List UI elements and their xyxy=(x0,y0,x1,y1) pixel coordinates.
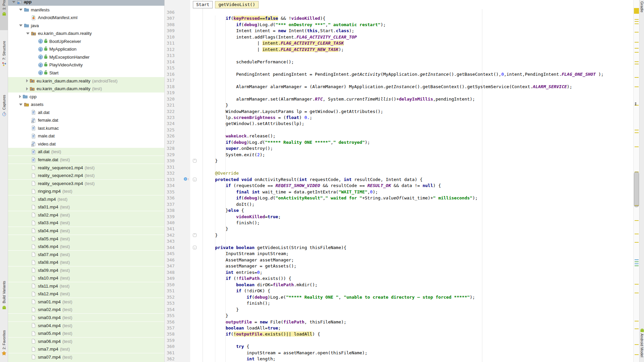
code-line-345[interactable]: InputStream inputStream; xyxy=(205,250,288,257)
tree-row-start[interactable]: CStart xyxy=(8,69,164,77)
info-stripe-mark[interactable] xyxy=(635,263,639,264)
tree-row-sma04-mp4[interactable]: sma04.mp4(test) xyxy=(8,322,164,329)
chevron-down-icon[interactable] xyxy=(19,9,22,11)
warning-stripe-mark[interactable] xyxy=(635,328,639,329)
tree-row-last-kumac[interactable]: last.kumac xyxy=(8,124,164,132)
warning-stripe-mark[interactable] xyxy=(635,242,639,243)
code-line-360[interactable]: try { xyxy=(205,343,249,350)
info-stripe-mark[interactable] xyxy=(635,261,639,262)
tool-window-button-2-favorites[interactable]: 2: Favorites xyxy=(0,330,8,362)
tool-window-button-7-structure[interactable]: 7: Structure xyxy=(0,41,8,86)
code-line-344[interactable]: private boolean getVideoList(String this… xyxy=(205,244,346,251)
code-line-353[interactable]: finish(); xyxy=(205,300,270,306)
warning-stripe-mark[interactable] xyxy=(635,354,639,355)
tree-row-sma03-mp4[interactable]: sma03.mp4(test) xyxy=(8,314,164,321)
tree-row-sma02-mp4[interactable]: sma02.mp4(test) xyxy=(8,306,164,313)
code-line-350[interactable]: boolean dirOK=filePath.mkdir(); xyxy=(205,282,318,288)
overriding-method-gutter-icon[interactable]: o↑ xyxy=(184,177,192,181)
tree-row-playvideoactivity[interactable]: CPlayVideoActivity xyxy=(8,61,164,69)
tree-row-androidmanifest-xml[interactable]: AndroidManifest.xml xyxy=(8,14,164,21)
tree-row-female-dat[interactable]: female.dat xyxy=(8,116,164,124)
code-line-339[interactable]: videoKilled=true; xyxy=(205,214,281,220)
tree-row-reality-sequence3-mp4[interactable]: reality_sequence3.mp4(test) xyxy=(8,180,164,187)
tree-row-sfa08-mp4[interactable]: sfa08.mp4(test) xyxy=(8,258,164,266)
code-line-341[interactable]: } xyxy=(205,226,228,232)
fold-marker-collapse-end[interactable]: ⌃ xyxy=(193,233,197,237)
code-line-352[interactable]: if(debug)Log.e("***** Reality ONE ", "un… xyxy=(205,294,475,300)
warning-stripe-mark[interactable] xyxy=(635,32,639,33)
tree-row-sfa07-mp4[interactable]: sfa07.mp4(test) xyxy=(8,251,164,258)
chevron-right-icon[interactable] xyxy=(19,95,21,98)
tree-row-video-dat[interactable]: video.dat xyxy=(8,140,164,148)
code-line-314[interactable]: schedulePerformance(); xyxy=(205,59,294,65)
tool-window-button-captures[interactable]: Captures xyxy=(0,95,8,132)
chevron-right-icon[interactable] xyxy=(26,79,28,82)
code-line-323[interactable]: lp.screenBrightness = (float) 0.; xyxy=(205,114,312,121)
tree-row-eu-karin-daum-daum-reality[interactable]: eu.karin_daum.daum.reality(test) xyxy=(8,85,164,93)
info-stripe-mark[interactable] xyxy=(635,265,639,266)
code-line-349[interactable]: if (!filePath.exists()) { xyxy=(205,275,291,282)
tree-row-reality-sequence1-mp4[interactable]: reality_sequence1.mp4(test) xyxy=(8,164,164,172)
tree-row-sfa01-mp4[interactable]: sfa01.mp4(test) xyxy=(8,203,164,211)
code-line-327[interactable]: if(debug)Log.d("***** Reality ONE *****"… xyxy=(205,139,370,145)
chevron-down-icon[interactable] xyxy=(19,104,22,106)
code-line-348[interactable]: int entries=0; xyxy=(205,269,262,276)
tree-row-bootupreceiver[interactable]: CBootUpReceiver xyxy=(8,38,164,45)
code-line-309[interactable]: Intent intent = new Intent(this,Start.cl… xyxy=(205,27,354,34)
code-line-332[interactable]: @Override xyxy=(205,170,239,176)
warning-stripe-mark[interactable] xyxy=(635,64,639,64)
code-line-334[interactable]: if (requestCode == REQEST_SHOW_VIDEO && … xyxy=(205,182,441,189)
tree-row-cpp[interactable]: cpp xyxy=(8,93,164,101)
tree-row-sfa02-mp4[interactable]: sfa02.mp4(test) xyxy=(8,211,164,219)
code-line-357[interactable]: boolean loadAll=true; xyxy=(205,325,281,331)
warning-stripe-mark[interactable] xyxy=(635,146,639,147)
code-line-354[interactable]: } xyxy=(205,306,239,313)
fold-marker-collapse-start[interactable]: ⌄ xyxy=(193,246,197,249)
code-line-336[interactable]: if(debug)Log.d("onActivityResult"," wait… xyxy=(205,195,478,201)
code-line-329[interactable]: System.exit(2); xyxy=(205,152,265,158)
tree-row-sfa09-mp4[interactable]: sfa09.mp4(test) xyxy=(8,266,164,274)
tool-window-button-gradle[interactable]: Gradle xyxy=(640,1,644,12)
tree-row-sfa03-mp4[interactable]: sfa03.mp4(test) xyxy=(8,219,164,227)
warning-stripe-mark[interactable] xyxy=(635,344,639,345)
tree-row-sfa11-mp4[interactable]: sfa11.mp4(test) xyxy=(8,282,164,290)
code-editor[interactable]: 3063073083093103113123133143153163173183… xyxy=(164,0,633,362)
tree-row-app[interactable]: app xyxy=(8,0,164,6)
tree-row-sfa10-mp4[interactable]: sfa10.mp4(test) xyxy=(8,274,164,282)
warning-stripe-mark[interactable] xyxy=(635,48,639,49)
warning-stripe-mark[interactable] xyxy=(635,284,639,285)
warning-stripe-mark[interactable] xyxy=(635,23,639,24)
code-line-356[interactable]: outputFile = new File(filePath, thisFile… xyxy=(205,319,346,325)
tree-row-sma06-mp4[interactable]: sma06.mp4(test) xyxy=(8,338,164,345)
tree-row-reality-sequence2-mp4[interactable]: reality_sequence2.mp4(test) xyxy=(8,172,164,179)
tree-row-manifests[interactable]: manifests xyxy=(8,6,164,14)
breadcrumb-item-start[interactable]: Start xyxy=(193,1,213,8)
code-line-346[interactable]: AssetManager assetManager; xyxy=(205,257,294,263)
breadcrumb-item-getvideolist-[interactable]: getVideoList() xyxy=(215,1,259,8)
fold-marker-collapse-start[interactable]: ⌄ xyxy=(193,178,197,181)
code-line-322[interactable]: WindowManager.LayoutParams lp = getWindo… xyxy=(205,108,383,115)
warning-stripe-mark[interactable] xyxy=(635,130,639,130)
warning-stripe-mark[interactable] xyxy=(635,61,639,62)
warning-stripe-mark[interactable] xyxy=(635,132,639,133)
code-line-328[interactable]: super.onDestroy(); xyxy=(205,145,273,152)
tree-row-eu-karin-daum-daum-reality[interactable]: eu.karin_daum.daum.reality(androidTest) xyxy=(8,77,164,85)
code-line-318[interactable]: AlarmManager alarmManager = (AlarmManage… xyxy=(205,83,572,90)
code-line-342[interactable]: } xyxy=(205,232,218,238)
warning-stripe-mark[interactable] xyxy=(635,321,639,321)
warning-stripe-mark[interactable] xyxy=(635,77,639,78)
tree-row-java[interactable]: java xyxy=(8,22,164,29)
code-line-355[interactable]: } xyxy=(205,312,228,319)
code-line-308[interactable]: if(debug)Log.d("*** onDestroy ***"," aut… xyxy=(205,21,386,28)
tree-row-assets[interactable]: assets xyxy=(8,101,164,108)
code-line-330[interactable]: } xyxy=(205,158,218,164)
code-line-324[interactable]: getWindow().setAttributes(lp); xyxy=(205,120,304,127)
code-line-335[interactable]: final int wait_time = data.getIntExtra("… xyxy=(205,189,378,195)
code-line-326[interactable]: wakeLock.release(); xyxy=(205,133,275,139)
code-line-311[interactable]: | intent.FLAG_ACTIVITY_CLEAR_TASK xyxy=(205,40,344,46)
bookmark-stripe-mark[interactable] xyxy=(635,103,636,104)
warning-stripe-mark[interactable] xyxy=(635,234,639,234)
warning-stripe-mark[interactable] xyxy=(635,19,639,20)
code-line-338[interactable]: }else { xyxy=(205,207,244,214)
tool-window-button-android-model[interactable]: Android Model xyxy=(640,334,644,357)
